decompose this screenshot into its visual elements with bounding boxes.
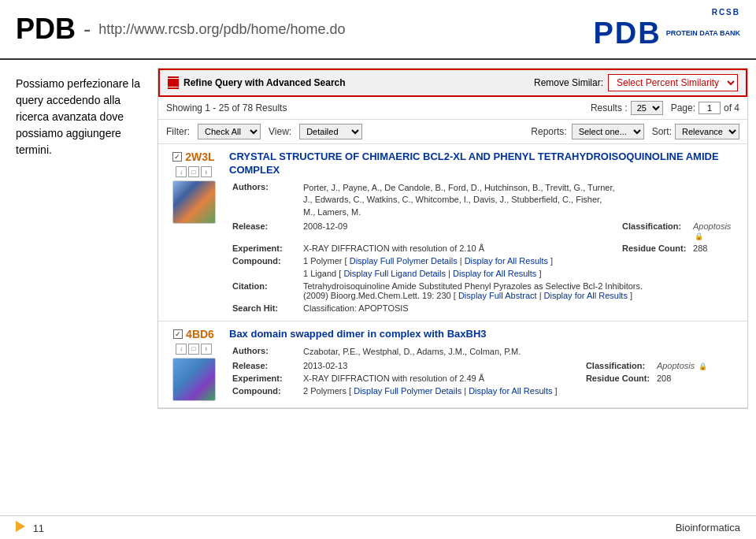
search-hit-label: Search Hit:: [229, 302, 300, 314]
result-item-4bd6: 4BD6 ↓ □ i Bax domain swapped dimer in c…: [158, 322, 747, 408]
info-icon-2[interactable]: i: [201, 344, 212, 355]
experiment-label-2: Experiment:: [229, 372, 300, 385]
app-title: PDB: [16, 13, 76, 46]
sort-section: Sort: Relevance: [652, 124, 739, 139]
reports-section: Reports: Select one...: [531, 124, 643, 139]
remove-similar-label: Remove Similar:: [534, 77, 603, 88]
release-label: Release:: [229, 220, 300, 242]
page-control: Page: of 4: [671, 102, 739, 114]
view-icon-2[interactable]: □: [188, 344, 199, 355]
similarity-select[interactable]: Select Percent Similarity: [608, 74, 738, 91]
result-checkbox-2[interactable]: [173, 329, 183, 339]
compound-label: Compound:: [229, 255, 300, 267]
refine-right: Remove Similar: Select Percent Similarit…: [534, 74, 738, 91]
experiment-value-2: X-RAY DIFFRACTION with resolution of 2.4…: [300, 372, 583, 385]
view-label: View:: [269, 126, 291, 137]
compound-value-2: 1 Ligand [ Display Full Ligand Details |…: [300, 267, 739, 280]
authors-row-2: Authors: Czabotar, P.E., Westphal, D., A…: [229, 344, 739, 359]
reports-select[interactable]: Select one...: [572, 124, 644, 139]
residue-value-2: 208: [654, 372, 739, 385]
view-icon[interactable]: □: [188, 166, 199, 177]
results-count: Results : 25: [591, 101, 663, 115]
slide-number: 11: [33, 522, 44, 534]
residue-label: Residue Count:: [619, 242, 690, 255]
result-id-2[interactable]: 4BD6: [186, 328, 214, 340]
structure-image-2w3l: [172, 180, 216, 224]
download-icon-2[interactable]: ↓: [176, 344, 187, 355]
results-panel: Refine Query with Advanced Search Remove…: [158, 68, 748, 409]
course-name: Bioinformatica: [676, 522, 740, 533]
experiment-row-2: Experiment: X-RAY DIFFRACTION with resol…: [229, 372, 739, 385]
citation-row: Citation: Tetrahydroisoquinoline Amide S…: [229, 280, 739, 302]
structure-image-4bd6: [172, 358, 216, 401]
info-icon[interactable]: i: [201, 166, 212, 177]
citation-label: Citation:: [229, 280, 300, 302]
classification-value: Apoptosis 🔒: [690, 220, 739, 242]
compound-row-3: Compound: 2 Polymers [ Display Full Poly…: [229, 385, 739, 397]
page-label: Page:: [671, 102, 695, 113]
result-id[interactable]: 2W3L: [185, 151, 214, 163]
logo-sub: PROTEIN DATA BANK: [666, 29, 740, 38]
sidebar: Possiamo perfezionare la query accedendo…: [0, 68, 158, 409]
stats-row: Showing 1 - 25 of 78 Results Results : 2…: [158, 97, 747, 120]
authors-label-2: Authors:: [229, 344, 300, 359]
refine-bar: Refine Query with Advanced Search Remove…: [158, 69, 747, 97]
footer-right: Bioinformatica: [676, 522, 740, 533]
result-checkbox[interactable]: [172, 152, 182, 162]
lock-icon-2: 🔒: [699, 362, 707, 370]
citation-abstract-link[interactable]: Display Full Abstract: [458, 291, 537, 300]
sort-select[interactable]: Relevance: [675, 124, 739, 139]
lock-icon: 🔒: [695, 232, 703, 240]
compound-value-3: 2 Polymers [ Display Full Polymer Detail…: [300, 385, 739, 397]
filter-select[interactable]: Check All: [198, 124, 261, 139]
refine-label[interactable]: Refine Query with Advanced Search: [183, 77, 346, 88]
experiment-row: Experiment: X-RAY DIFFRACTION with resol…: [229, 242, 739, 255]
residue-value: 288: [690, 242, 739, 255]
display-all-link-2[interactable]: Display for All Results: [453, 269, 536, 278]
of-pages: of 4: [724, 102, 739, 113]
result-content-4bd6: Bax domain swapped dimer in complex with…: [229, 328, 739, 401]
search-hit-row: Search Hit: Classification: APOPTOSIS: [229, 302, 739, 314]
display-all-link-3[interactable]: Display for All Results: [469, 386, 552, 396]
result-title-4bd6[interactable]: Bax domain swapped dimer in complex with…: [229, 328, 739, 341]
pdb-logo: RCSB PDB PROTEIN DATA BANK: [593, 8, 740, 50]
compound-value-1: 1 Polymer [ Display Full Polymer Details…: [300, 255, 739, 267]
view-select[interactable]: Detailed: [299, 124, 362, 139]
classification-label: Classification:: [619, 220, 690, 242]
result-id-row-2: 4BD6: [173, 328, 214, 340]
result-details-2w3l: Authors: Porter, J., Payne, A., De Cando…: [229, 180, 739, 314]
authors-row: Authors: Porter, J., Payne, A., De Cando…: [229, 180, 739, 220]
header-url: http://www.rcsb.org/pdb/home/home.do: [98, 21, 345, 38]
logo-text: PDB PROTEIN DATA BANK: [593, 17, 740, 50]
authors-label: Authors:: [229, 180, 300, 220]
display-polymer-link-2[interactable]: Display Full Polymer Details: [354, 386, 461, 396]
page-input[interactable]: [699, 102, 721, 114]
citation-value: Tetrahydroisoquinoline Amide Substituted…: [300, 280, 739, 302]
classification-label-2: Classification:: [583, 359, 654, 372]
citation-all-link[interactable]: Display for All Results: [544, 291, 628, 300]
display-all-link-1[interactable]: Display for All Results: [465, 256, 548, 266]
experiment-value: X-RAY DIFFRACTION with resolution of 2.1…: [300, 242, 619, 255]
release-value: 2008-12-09: [300, 220, 619, 242]
compound-label-2: Compound:: [229, 385, 300, 397]
display-polymer-link[interactable]: Display Full Polymer Details: [350, 256, 458, 266]
filter-label: Filter:: [166, 126, 190, 137]
result-title-2w3l[interactable]: CRYSTAL STRUCTURE OF CHIMAERIC BCL2-XL A…: [229, 151, 739, 177]
authors-value: Porter, J., Payne, A., De Candole, B., F…: [300, 180, 619, 220]
release-value-2: 2013-02-13: [300, 359, 583, 372]
result-item-2w3l: 2W3L ↓ □ i CRYSTAL STRUCTURE OF CHIMAERI…: [158, 144, 747, 322]
compound-row-2: 1 Ligand [ Display Full Ligand Details |…: [229, 267, 739, 280]
result-action-icons-2: ↓ □ i: [176, 344, 212, 355]
display-ligand-link[interactable]: Display Full Ligand Details: [343, 269, 446, 278]
result-id-row: 2W3L: [172, 151, 214, 163]
stats-right: Results : 25 Page: of 4: [591, 101, 739, 115]
footer: 11 Bioinformatica: [0, 515, 756, 539]
results-per-page-select[interactable]: 25: [631, 101, 663, 115]
download-icon[interactable]: ↓: [176, 166, 187, 177]
logo-pdb: PDB: [593, 17, 661, 50]
result-content-2w3l: CRYSTAL STRUCTURE OF CHIMAERIC BCL2-XL A…: [229, 151, 739, 314]
experiment-label: Experiment:: [229, 242, 300, 255]
filter-icon: [168, 79, 179, 87]
filter-row: Filter: Check All View: Detailed Reports…: [158, 120, 747, 144]
showing-text: Showing 1 - 25 of 78 Results: [166, 102, 287, 113]
